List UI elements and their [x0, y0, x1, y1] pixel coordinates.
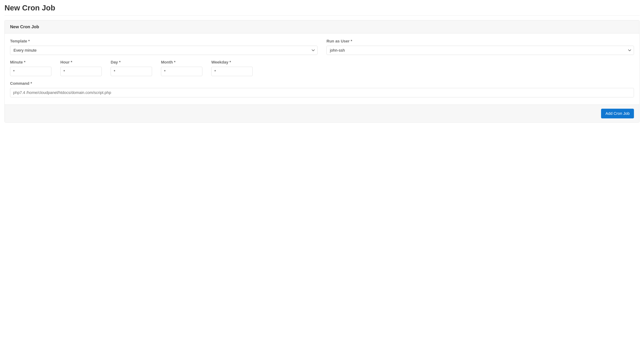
form-row-timing: Minute * Hour * Day * Month * Weekday * [10, 60, 634, 76]
month-input[interactable] [161, 67, 202, 76]
hour-label: Hour * [60, 60, 102, 65]
run-as-user-select-wrapper: john-ssh [326, 46, 634, 55]
card-header: New Cron Job [5, 20, 639, 34]
day-group: Day * [111, 60, 152, 76]
cron-job-card: New Cron Job Template * Every minute Run… [4, 20, 640, 122]
weekday-input[interactable] [211, 67, 253, 76]
hour-group: Hour * [60, 60, 102, 76]
hour-input[interactable] [60, 67, 102, 76]
command-input[interactable] [10, 88, 634, 97]
run-as-user-select[interactable]: john-ssh [326, 46, 634, 55]
command-label: Command * [10, 81, 634, 86]
minute-label: Minute * [10, 60, 52, 65]
weekday-group: Weekday * [211, 60, 253, 76]
month-label: Month * [161, 60, 202, 65]
template-select-wrapper: Every minute [10, 46, 318, 55]
month-group: Month * [161, 60, 202, 76]
card-body: Template * Every minute Run as User * jo… [5, 34, 639, 105]
run-as-user-group: Run as User * john-ssh [326, 39, 634, 55]
day-input[interactable] [111, 67, 152, 76]
minute-input[interactable] [10, 67, 52, 76]
card-footer: Add Cron Job [5, 105, 639, 122]
template-group: Template * Every minute [10, 39, 318, 55]
divider [4, 16, 640, 16]
day-label: Day * [111, 60, 152, 65]
command-group: Command * [10, 81, 634, 97]
add-cron-job-button[interactable]: Add Cron Job [601, 109, 634, 118]
run-as-user-label: Run as User * [326, 39, 634, 44]
form-row-top: Template * Every minute Run as User * jo… [10, 39, 634, 55]
weekday-label: Weekday * [211, 60, 253, 65]
template-select[interactable]: Every minute [10, 46, 318, 55]
template-label: Template * [10, 39, 318, 44]
page-title: New Cron Job [4, 4, 640, 12]
minute-group: Minute * [10, 60, 52, 76]
